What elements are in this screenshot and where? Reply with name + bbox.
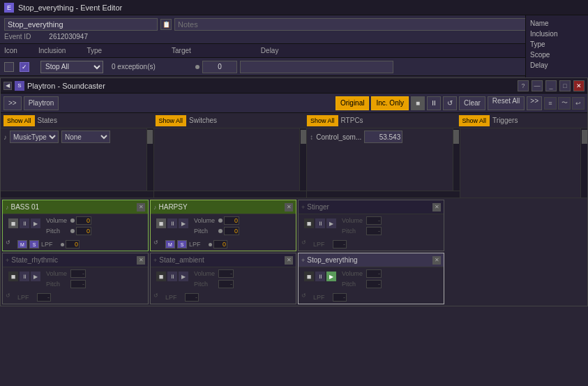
switches-scrollbar-h[interactable] [154,191,307,198]
card-stop-everything-stop[interactable]: ■ [304,272,314,281]
show-all-states-btn[interactable]: Show All [3,115,35,126]
loop-btn[interactable]: ↺ [443,96,457,110]
card-bass01-pause[interactable]: ⏸ [20,218,29,228]
stop-btn[interactable]: ■ [411,96,425,110]
arrow-btn[interactable]: >> [527,96,542,110]
icon-checkbox[interactable] [4,62,14,72]
card-stop-everything-bottom: ↺ LPF - [299,291,444,304]
card-state-ambient-stop[interactable]: ■ [156,272,166,281]
music-type-dropdown[interactable]: MusicType [10,131,59,143]
card-bass01-s-btn[interactable]: S [29,240,39,248]
card-state-rhythmic-stop[interactable]: ■ [8,272,18,281]
card-bass01-close[interactable]: ✕ [137,203,145,211]
triggers-panel [460,128,587,198]
card-state-rhythmic-close[interactable]: ✕ [137,256,145,265]
wave-icon[interactable]: 〜 [558,97,571,110]
show-all-triggers-btn[interactable]: Show All [459,115,490,126]
card-harpsy-lpf-val[interactable]: 0 [213,240,227,248]
show-all-switches-btn[interactable]: Show All [156,115,187,126]
card-state-ambient-title: State_ambient [159,256,285,264]
notes-icon-btn[interactable]: 📋 [160,19,172,30]
card-state-ambient-play[interactable]: ▶ [179,272,188,281]
card-bass01-m-btn[interactable]: M [17,240,27,248]
card-stinger-play[interactable]: ▶ [326,218,336,228]
sc-maximize-btn[interactable]: □ [559,80,571,91]
pause-btn[interactable]: ⏸ [427,96,441,110]
sc-help-btn[interactable]: ? [518,80,529,91]
card-stinger-loop-icon: ↺ [301,239,311,249]
sc-collapse-btn[interactable]: ◀ [3,82,12,90]
sc-title-icon: S [15,81,24,91]
card-state-rhythmic-pitch-label: Pitch [46,281,70,288]
card-bass01-volume-val[interactable]: 0 [76,216,91,225]
card-harpsy-transport: ■ ⏸ ▶ [153,216,191,231]
card-bass01-pitch-val[interactable]: 0 [76,227,91,235]
sc-close-btn[interactable]: ✕ [573,80,585,91]
original-btn[interactable]: Original [336,96,369,110]
card-stinger-title: Stinger [307,203,432,211]
card-bass01-volume-dot [70,218,75,223]
card-state-ambient-body: ■ ⏸ ▶ Volume - Pitch - [151,267,296,291]
card-harpsy-play[interactable]: ▶ [179,218,188,228]
card-stinger-pause[interactable]: ⏸ [315,218,325,228]
card-harpsy-s-btn[interactable]: S [177,240,187,248]
rtpcs-label: RTPCs [341,117,363,124]
card-bass01-loop-icon: ↺ [6,239,15,249]
right-panel-scope[interactable]: Scope [530,50,584,60]
card-state-ambient-pause[interactable]: ⏸ [167,272,177,281]
card-stop-everything-close[interactable]: ✕ [432,256,441,265]
card-stop-everything-pause[interactable]: ⏸ [315,272,325,281]
right-panel-type[interactable]: Type [530,39,584,50]
sc-breadcrumb-btn[interactable]: Playtron [24,96,59,110]
card-stop-everything-play[interactable]: ▶ [326,272,336,281]
right-panel-name[interactable]: Name [530,18,584,29]
card-stinger-stop[interactable]: ■ [304,218,314,228]
card-harpsy-volume-val[interactable]: 0 [224,216,239,225]
card-stop-everything-volume-label: Volume [342,270,366,277]
card-state-rhythmic-loop-icon: ↺ [6,292,15,302]
clear-btn[interactable]: Clear [459,96,485,110]
card-stop-everything-pitch-label: Pitch [342,281,366,288]
card-harpsy-pause[interactable]: ⏸ [167,218,177,228]
card-bass01-stop[interactable]: ■ [8,218,18,228]
rtpc-scrollbar-v[interactable] [453,128,460,198]
card-bass01-lpf-val[interactable]: 0 [66,240,80,248]
card-stinger-close[interactable]: ✕ [432,203,441,211]
music-value-dropdown[interactable]: None [61,131,110,143]
right-panel-inclusion[interactable]: Inclusion [530,29,584,39]
card-state-rhythmic-play[interactable]: ▶ [31,272,40,281]
right-panel-delay[interactable]: Delay [530,60,584,70]
undo-icon[interactable]: ↩ [572,97,585,110]
card-stop-everything-icon: + [301,257,305,264]
notes-input[interactable] [174,18,584,31]
rtpc-value-input[interactable] [364,131,402,143]
show-all-rtpcs-btn[interactable]: Show All [307,115,338,126]
card-harpsy-m-btn[interactable]: M [165,240,175,248]
sc-minimize-btn[interactable]: _ [545,80,557,91]
inc-only-btn[interactable]: Inc. Only [371,96,408,110]
card-harpsy-stop[interactable]: ■ [156,218,166,228]
inclusion-checkbox[interactable] [20,62,29,72]
switches-scrollbar-v[interactable] [299,128,306,198]
card-bass01-play[interactable]: ▶ [31,218,40,228]
card-bass01-body: ■ ⏸ ▶ Volume 0 Pitch 0 [3,214,148,238]
reset-btn[interactable]: Reset All [488,96,525,110]
card-stop-everything-lpf-label: LPF [313,294,333,301]
states-scrollbar-h[interactable] [1,191,153,198]
type-select[interactable]: Stop All [40,61,103,73]
card-harpsy-pitch-val[interactable]: 0 [224,227,239,235]
triggers-scrollbar-v[interactable] [580,128,587,198]
bars-icon[interactable]: ≡ [544,97,557,110]
card-state-ambient-lpf-label: LPF [165,294,185,301]
delay-input[interactable] [202,61,237,73]
card-stop-everything-loop-icon: ↺ [301,292,311,302]
sc-separator-btn: — [532,80,543,91]
event-name-input[interactable] [4,18,158,31]
card-harpsy-close[interactable]: ✕ [285,203,293,211]
rtpc-scrollbar-h[interactable] [307,191,460,198]
card-state-ambient-close[interactable]: ✕ [285,256,293,265]
card-state-rhythmic-pause[interactable]: ⏸ [20,272,29,281]
states-scrollbar-v[interactable] [146,128,153,198]
card-stop-everything-body: ■ ⏸ ▶ Volume - Pitch - [299,267,444,291]
sc-expand-btn[interactable]: >> [3,96,22,110]
